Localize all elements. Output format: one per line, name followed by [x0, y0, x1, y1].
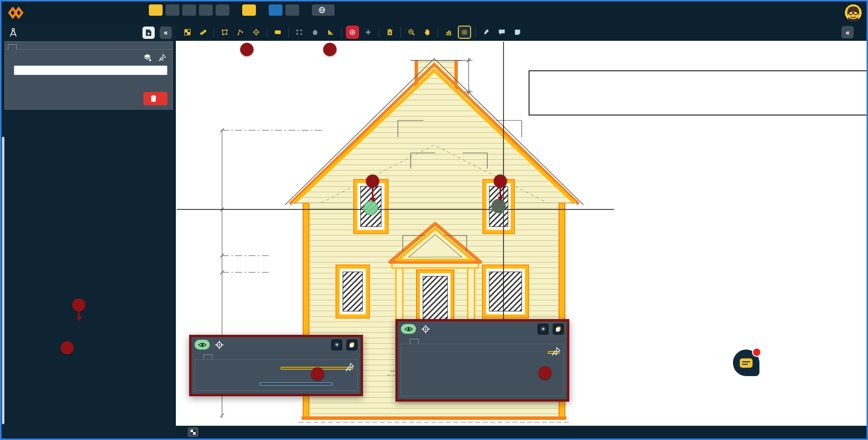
- count-marker-right[interactable]: [492, 199, 505, 213]
- zoom-in-icon[interactable]: [405, 26, 418, 39]
- count-icon: [214, 339, 224, 350]
- count-target-icon[interactable]: [250, 26, 263, 39]
- count-marker-left[interactable]: [364, 201, 378, 215]
- legend-box[interactable]: [529, 70, 867, 116]
- legend-swatch: [534, 95, 542, 103]
- commentaire-button[interactable]: [285, 4, 299, 16]
- set-scale-icon[interactable]: [324, 26, 337, 39]
- chat-bubble-icon: [740, 358, 753, 368]
- project-row[interactable]: «: [1, 24, 176, 41]
- pattern-count-icon[interactable]: [293, 26, 306, 39]
- comment-icon[interactable]: [495, 26, 508, 39]
- couleur-row: [5, 75, 172, 86]
- note-icon[interactable]: [511, 26, 524, 39]
- highlighter-icon[interactable]: [479, 26, 493, 39]
- new-page-button[interactable]: [142, 27, 155, 39]
- legend-row: [534, 103, 867, 111]
- supprimer-button[interactable]: [143, 92, 168, 105]
- popup-header: [398, 322, 567, 336]
- aide-button[interactable]: [269, 4, 282, 16]
- sidebar-scrollbar[interactable]: [2, 137, 4, 424]
- popup-body: [195, 359, 358, 391]
- tab-proprietes-du-releve[interactable]: [8, 44, 17, 50]
- rectangle-tool-icon[interactable]: [271, 26, 284, 39]
- pin-icon[interactable]: [552, 347, 560, 356]
- statusbar: [176, 426, 867, 439]
- app-logo: [1, 1, 149, 24]
- goto-button[interactable]: [331, 339, 342, 351]
- chat-button[interactable]: [733, 350, 759, 376]
- visibility-toggle[interactable]: [401, 324, 416, 334]
- scale-background-icon[interactable]: [188, 427, 198, 437]
- calc-popup-dropdown[interactable]: [189, 335, 363, 396]
- visibility-toggle[interactable]: [195, 340, 210, 350]
- proprietes-button[interactable]: [199, 4, 213, 16]
- annotation-badge-4: [323, 43, 336, 56]
- nouveau-button[interactable]: [149, 4, 163, 16]
- dropdown-option-nombre-multiplie[interactable]: [260, 382, 333, 385]
- globe-icon: [319, 7, 325, 13]
- count-icon: [420, 323, 431, 334]
- annotation-badge-5: [60, 341, 74, 354]
- roof-pitch-icon[interactable]: [308, 26, 322, 39]
- chat-unread-badge: [752, 348, 761, 357]
- linear-polyline-icon[interactable]: [234, 26, 247, 39]
- topbar: [1, 1, 867, 24]
- legend-swatch: [534, 79, 542, 87]
- canvas-column: «: [176, 24, 867, 439]
- popup-tabs: [398, 336, 567, 344]
- legend-swatch: [534, 87, 542, 95]
- legend-row: [534, 95, 867, 103]
- toolbar-separator: [288, 28, 289, 37]
- annotation-badge-8: [538, 366, 552, 380]
- tab-calculs[interactable]: [18, 44, 26, 50]
- popup-header: [192, 337, 361, 352]
- legend-swatch: [534, 103, 542, 111]
- measure-ruler-icon[interactable]: [196, 26, 210, 39]
- record-stop-icon[interactable]: [346, 26, 359, 39]
- legend-list-icon[interactable]: [458, 26, 471, 39]
- imprimer-button[interactable]: [216, 4, 229, 16]
- pin-icon[interactable]: [345, 363, 354, 372]
- goto-button[interactable]: [537, 323, 549, 335]
- annotation-badge-2: [366, 175, 379, 202]
- ouvrir-button[interactable]: [166, 4, 179, 16]
- annotation-badge-7: [311, 367, 324, 381]
- pin-icon[interactable]: [157, 52, 168, 63]
- copy-button[interactable]: [553, 323, 564, 335]
- calc-popup-details[interactable]: [395, 319, 569, 402]
- fermer-button[interactable]: [182, 4, 196, 16]
- lower-window-right[interactable]: [482, 265, 529, 318]
- toolbar-separator: [267, 28, 267, 37]
- area-polygon-icon[interactable]: [218, 26, 231, 39]
- note-row: [5, 63, 172, 75]
- layers-plus-icon[interactable]: [142, 52, 153, 63]
- copy-button[interactable]: [346, 339, 358, 351]
- tab-totaux-page[interactable]: [27, 44, 34, 50]
- background-toggle-icon[interactable]: [181, 26, 194, 39]
- color-swatch[interactable]: [87, 78, 95, 86]
- legend-row: [534, 87, 867, 95]
- annotation-badge-3: [494, 175, 507, 201]
- pan-hand-icon[interactable]: [420, 26, 434, 39]
- user-block[interactable]: [841, 1, 867, 24]
- takeoff-logo-icon: [8, 6, 25, 19]
- properties-panel: [4, 41, 173, 110]
- popup-tabs: [192, 352, 361, 359]
- panel-tabs: [5, 42, 172, 50]
- delete-icon[interactable]: [383, 26, 396, 39]
- collapse-sidebar-button[interactable]: «: [160, 27, 172, 39]
- collapse-gabarits-button[interactable]: «: [841, 26, 854, 38]
- report-chart-icon[interactable]: [442, 26, 455, 39]
- sidebar: «: [1, 24, 176, 439]
- language-button[interactable]: [312, 4, 335, 16]
- toolbar-separator: [475, 28, 476, 37]
- importer-button[interactable]: [242, 4, 256, 16]
- group-page: [242, 3, 256, 16]
- add-icon[interactable]: [362, 26, 375, 39]
- note-input[interactable]: [14, 65, 168, 75]
- lower-window-left[interactable]: [336, 265, 369, 318]
- avatar[interactable]: [845, 4, 862, 21]
- drawing-canvas[interactable]: [176, 41, 867, 426]
- toolbar-separator: [341, 28, 342, 37]
